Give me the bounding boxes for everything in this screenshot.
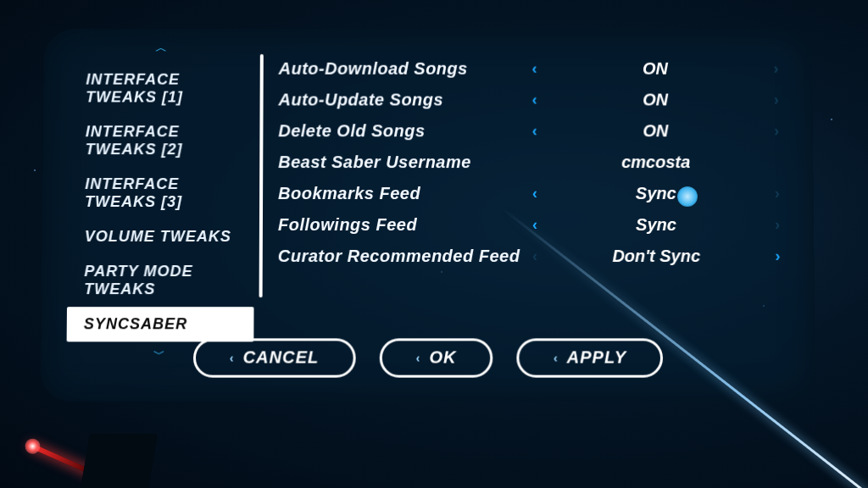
cancel-button[interactable]: ‹ CANCEL <box>193 338 356 377</box>
caret-left-icon: ‹ <box>230 351 235 364</box>
sidebar-scroll-up-icon[interactable]: ︿ <box>70 36 255 63</box>
setting-label: Bookmarks Feed <box>278 184 524 203</box>
chevron-right-icon[interactable]: › <box>766 247 788 265</box>
caret-left-icon: ‹ <box>554 351 559 364</box>
chevron-left-icon[interactable]: ‹ <box>524 60 546 78</box>
setting-row-followings-feed: Followings Feed ‹ Sync › <box>278 215 788 235</box>
username-value[interactable]: cmcosta <box>546 152 766 172</box>
setting-row-bookmarks-feed: Bookmarks Feed ‹ Sync › <box>278 184 788 203</box>
foreground-block <box>80 434 158 488</box>
setting-label: Beast Saber Username <box>278 152 524 172</box>
setting-row-username: Beast Saber Username ‹ cmcosta › <box>278 152 787 172</box>
sidebar-item-interface-tweaks-2[interactable]: INTERFACE TWEAKS [2] <box>69 114 255 167</box>
settings-list: Auto-Download Songs ‹ ON › Auto-Update S… <box>278 36 815 316</box>
sidebar-item-volume-tweaks[interactable]: VOLUME TWEAKS <box>68 219 254 254</box>
chevron-left-icon[interactable]: ‹ <box>524 92 546 109</box>
button-label: CANCEL <box>243 347 320 367</box>
setting-value: ON <box>545 59 765 79</box>
setting-value: Sync <box>546 184 766 203</box>
setting-label: Delete Old Songs <box>278 121 523 141</box>
sidebar-item-syncsaber[interactable]: SYNCSABER <box>67 307 254 341</box>
setting-label: Curator Recommended Feed <box>278 247 524 266</box>
sidebar-item-interface-tweaks-3[interactable]: INTERFACE TWEAKS [3] <box>68 167 254 219</box>
chevron-left-icon[interactable]: ‹ <box>524 216 546 234</box>
setting-value: Don't Sync <box>546 247 766 266</box>
setting-value: ON <box>546 121 766 141</box>
chevron-right-icon[interactable]: › <box>765 122 787 140</box>
button-label: OK <box>429 347 456 367</box>
sidebar-item-interface-tweaks-1[interactable]: INTERFACE TWEAKS [1] <box>69 63 255 115</box>
settings-panel: ︿ INTERFACE TWEAKS [1] INTERFACE TWEAKS … <box>41 29 815 402</box>
chevron-left-icon[interactable]: ‹ <box>524 122 546 140</box>
chevron-left-icon[interactable]: ‹ <box>524 247 546 265</box>
setting-value: Sync <box>546 215 766 235</box>
setting-row-delete-old: Delete Old Songs ‹ ON › <box>278 121 787 141</box>
chevron-right-icon[interactable]: › <box>766 185 788 202</box>
ok-button[interactable]: ‹ OK <box>379 338 492 377</box>
chevron-right-icon[interactable]: › <box>765 92 787 109</box>
button-label: APPLY <box>567 347 627 367</box>
setting-label: Followings Feed <box>278 215 524 235</box>
setting-row-auto-update: Auto-Update Songs ‹ ON › <box>278 91 787 110</box>
setting-label: Auto-Download Songs <box>279 59 524 79</box>
sidebar-item-party-mode-tweaks[interactable]: PARTY MODE TWEAKS <box>67 254 254 307</box>
setting-value: ON <box>546 91 765 110</box>
category-sidebar: ︿ INTERFACE TWEAKS [1] INTERFACE TWEAKS … <box>42 36 255 316</box>
apply-button[interactable]: ‹ APPLY <box>517 338 664 377</box>
setting-label: Auto-Update Songs <box>278 91 523 110</box>
caret-left-icon: ‹ <box>416 351 421 364</box>
chevron-right-icon[interactable]: › <box>766 216 788 234</box>
setting-row-curator-feed: Curator Recommended Feed ‹ Don't Sync › <box>278 247 789 266</box>
chevron-left-icon[interactable]: ‹ <box>524 185 546 202</box>
vertical-divider <box>259 54 264 297</box>
setting-row-auto-download: Auto-Download Songs ‹ ON › <box>279 59 787 79</box>
chevron-right-icon[interactable]: › <box>765 60 787 78</box>
